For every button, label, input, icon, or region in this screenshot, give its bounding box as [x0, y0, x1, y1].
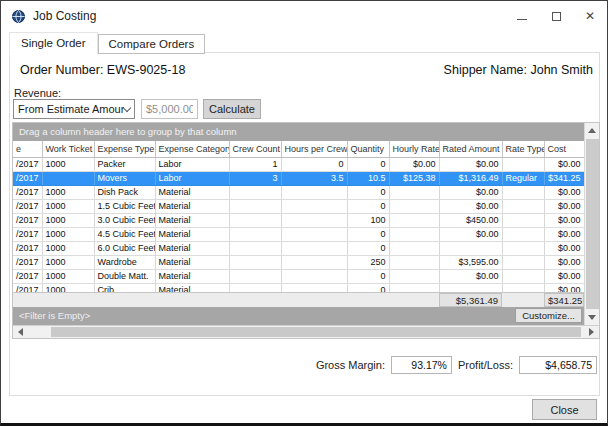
grid-cell[interactable]: $0.00	[544, 213, 584, 227]
grid-cell[interactable]: Material	[155, 199, 229, 213]
close-dialog-button[interactable]: Close	[532, 399, 597, 420]
grid-cell[interactable]: $450.00	[439, 213, 502, 227]
grid-cell[interactable]: $0.00	[389, 157, 439, 171]
grid-cell[interactable]	[229, 199, 281, 213]
revenue-source-dropdown[interactable]: From Estimate Amount	[13, 99, 135, 119]
grid-cell[interactable]: 1	[229, 157, 281, 171]
grid-cell[interactable]: /2017	[13, 269, 42, 283]
calculate-button[interactable]: Calculate	[203, 99, 261, 119]
grid-cell[interactable]	[389, 255, 439, 269]
column-header-rate-type[interactable]: Rate Type	[502, 141, 544, 157]
grid-cell[interactable]: Crib	[94, 283, 155, 292]
grid-cell[interactable]: 0	[347, 227, 389, 241]
grid-cell[interactable]: 0	[347, 283, 389, 292]
grid-cell[interactable]: 3.5	[281, 171, 347, 185]
grid-cell[interactable]: $0.00	[439, 199, 502, 213]
grid-cell[interactable]: 3.0 Cubic Feet	[94, 213, 155, 227]
grid-cell[interactable]	[502, 241, 544, 255]
grid-cell[interactable]	[229, 283, 281, 292]
column-header-expense-category[interactable]: Expense Category	[155, 141, 229, 157]
grid-cell[interactable]: 10.5	[347, 171, 389, 185]
grid-cell[interactable]	[229, 255, 281, 269]
column-header-e[interactable]: e	[13, 141, 42, 157]
scroll-left-icon[interactable]	[13, 326, 28, 338]
grid-cell[interactable]: 0	[347, 199, 389, 213]
grid-cell[interactable]: 1000	[42, 213, 94, 227]
grid-cell[interactable]	[389, 269, 439, 283]
grid-cell[interactable]: Dish Pack	[94, 185, 155, 199]
grid-cell[interactable]	[281, 227, 347, 241]
grid-cell[interactable]	[389, 199, 439, 213]
grid-cell[interactable]: 100	[347, 213, 389, 227]
grid-cell[interactable]	[229, 227, 281, 241]
grid-row[interactable]: /201710003.0 Cubic FeetMaterial100$450.0…	[13, 213, 584, 227]
grid-cell[interactable]	[229, 269, 281, 283]
grid-cell[interactable]	[502, 269, 544, 283]
grid-cell[interactable]: Double Matt.	[94, 269, 155, 283]
grid-cell[interactable]: Material	[155, 283, 229, 292]
grid-cell[interactable]: 1000	[42, 241, 94, 255]
grid-cell[interactable]: 1000	[42, 185, 94, 199]
grid-cell[interactable]	[502, 213, 544, 227]
grid-cell[interactable]: Material	[155, 241, 229, 255]
grid-cell[interactable]	[281, 255, 347, 269]
grid-cell[interactable]: 3	[229, 171, 281, 185]
grid-cell[interactable]: Packer	[94, 157, 155, 171]
grid-cell[interactable]: /2017	[13, 241, 42, 255]
grid-cell[interactable]	[389, 283, 439, 292]
grid-row[interactable]: /201710001.5 Cubic FeetMaterial0$0.00$0.…	[13, 199, 584, 213]
grid-cell[interactable]: 1000	[42, 199, 94, 213]
grid-cell[interactable]	[502, 185, 544, 199]
grid-cell[interactable]: 1000	[42, 269, 94, 283]
gross-margin-field[interactable]	[391, 356, 452, 374]
grid-cell[interactable]: $0.00	[439, 185, 502, 199]
grid-cell[interactable]: /2017	[13, 227, 42, 241]
tab-single-order[interactable]: Single Order	[9, 32, 98, 55]
grid-cell[interactable]	[229, 185, 281, 199]
grid-row[interactable]: /20171000CribMaterial0$0.00	[13, 283, 584, 292]
grid-cell[interactable]: 1000	[42, 283, 94, 292]
column-header-expense-type[interactable]: Expense Type	[94, 141, 155, 157]
scroll-right-icon[interactable]	[584, 326, 599, 338]
grid-cell[interactable]: 1.5 Cubic Feet	[94, 199, 155, 213]
customize-button[interactable]: Customize...	[515, 308, 582, 323]
grid-cell[interactable]	[281, 269, 347, 283]
grid-cell[interactable]: $0.00	[544, 255, 584, 269]
minimize-button[interactable]	[505, 1, 539, 31]
grid-cell[interactable]: 0	[347, 185, 389, 199]
grid-cell[interactable]	[281, 241, 347, 255]
column-header-hourly-rate[interactable]: Hourly Rate	[389, 141, 439, 157]
grid-cell[interactable]: $0.00	[544, 283, 584, 292]
grid-cell[interactable]: $0.00	[544, 157, 584, 171]
grid-cell[interactable]: /2017	[13, 255, 42, 269]
grid-cell[interactable]: 0	[347, 157, 389, 171]
grid-cell[interactable]: 1000	[42, 227, 94, 241]
grid-cell[interactable]	[281, 185, 347, 199]
grid-cell[interactable]: /2017	[13, 185, 42, 199]
horizontal-scrollbar-thumb[interactable]	[51, 327, 581, 337]
grid-cell[interactable]	[281, 199, 347, 213]
grid-cell[interactable]	[502, 199, 544, 213]
column-header-cost[interactable]: Cost	[544, 141, 584, 157]
grid-cell[interactable]	[502, 283, 544, 292]
close-button[interactable]: ✕	[573, 1, 607, 31]
grid-cell[interactable]	[502, 157, 544, 171]
grid-cell[interactable]: Labor	[155, 157, 229, 171]
column-header-rated-amount[interactable]: Rated Amount	[439, 141, 502, 157]
grid-cell[interactable]: 4.5 Cubic Feet	[94, 227, 155, 241]
grid-cell[interactable]: /2017	[13, 213, 42, 227]
column-header-hours-per-crew[interactable]: Hours per Crew	[281, 141, 347, 157]
grid-cell[interactable]: $0.00	[544, 269, 584, 283]
grid-cell[interactable]: Material	[155, 185, 229, 199]
column-header-crew-count[interactable]: Crew Count	[229, 141, 281, 157]
title-bar[interactable]: Job Costing ✕	[1, 1, 607, 31]
tab-compare-orders[interactable]: Compare Orders	[98, 34, 206, 54]
grid-row-selected[interactable]: /2017MoversLabor33.510.5$125.38$1,316.49…	[13, 171, 584, 185]
grid-cell[interactable]: Material	[155, 255, 229, 269]
grid-cell[interactable]: 0	[281, 157, 347, 171]
grid-row[interactable]: /20171000Dish PackMaterial0$0.00$0.00	[13, 185, 584, 199]
grid-cell[interactable]: $0.00	[544, 185, 584, 199]
grid-cell[interactable]: Labor	[155, 171, 229, 185]
grid-cell[interactable]: 1000	[42, 255, 94, 269]
grid-cell[interactable]	[281, 213, 347, 227]
